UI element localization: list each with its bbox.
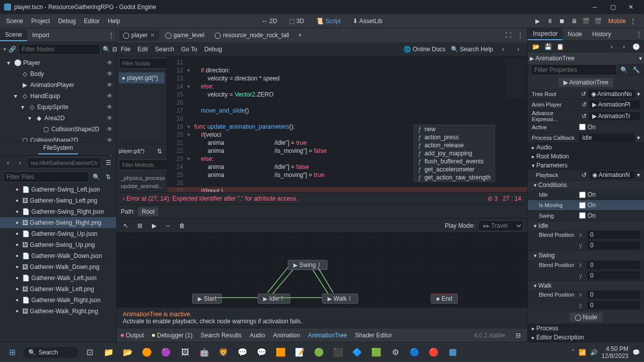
active-checkbox[interactable] (579, 124, 586, 130)
filter-props[interactable] (531, 64, 617, 75)
sec-process[interactable]: ▸ Process (528, 324, 644, 333)
tree-item[interactable]: ▾◇EquipSprite👁 (0, 102, 116, 113)
tb-app1[interactable]: 🟣 (158, 344, 174, 360)
view-script[interactable]: 📜 Script (312, 17, 345, 26)
anim-link-icon[interactable]: ↔ (163, 221, 173, 231)
tree-root-val[interactable]: ◉ AnimationNo (588, 90, 635, 98)
graph-node-walk[interactable]: ▶ Walk ⠇ (322, 294, 358, 304)
view-3d[interactable]: ⬚ 3D (285, 17, 308, 26)
tb-app4[interactable]: 🟧 (273, 344, 289, 360)
menu-debug[interactable]: Debug (58, 18, 75, 25)
view-assetlib[interactable]: ⬇ AssetLib (349, 17, 386, 26)
script-debug[interactable]: Debug (204, 46, 222, 53)
insp-copy[interactable]: 📋 (555, 42, 565, 52)
tree-item[interactable]: ▢CollisionShape2D👁 (0, 135, 116, 142)
idle-blend-y[interactable]: 0 (587, 241, 640, 249)
menu-help[interactable]: Help (108, 18, 120, 25)
menu-more[interactable]: ⋮ (628, 16, 638, 26)
fs-item[interactable]: 🖼 Gatherer-Walk_Left.png (0, 284, 116, 295)
tb-blender[interactable]: 🟠 (139, 344, 155, 360)
idle-checkbox[interactable] (579, 192, 586, 198)
tab[interactable]: ◯resource_node_rock_tall (210, 30, 293, 41)
tb-app3[interactable]: 🤖 (196, 344, 212, 360)
script-sort[interactable]: ⇅ (154, 146, 165, 156)
minimize-button[interactable]: ─ (586, 0, 604, 14)
error-prev[interactable]: ‹ (123, 195, 125, 202)
tab-audio[interactable]: Audio (250, 332, 265, 339)
insp-open[interactable]: 📂 (531, 42, 541, 52)
error-count[interactable]: ⊘ 3 (488, 195, 498, 202)
adv-expr-val[interactable]: ▶ AnimationTr (589, 112, 640, 120)
swing-checkbox[interactable] (579, 212, 586, 219)
distraction-free[interactable]: ⛶ (503, 30, 513, 40)
autocomplete-item[interactable]: ƒaction_release (414, 141, 495, 149)
graph-node-end[interactable]: ■ End (431, 294, 458, 304)
taskbar-search[interactable]: 🔍 Search (23, 347, 78, 358)
tabs-menu[interactable]: ⋮ (515, 30, 525, 40)
link-button[interactable]: 🔗 (9, 44, 16, 54)
node-type[interactable]: AnimationTree (535, 55, 639, 62)
minimap[interactable] (505, 58, 525, 99)
fs-item[interactable]: 🖼 Gatherer-Swing_Left.png (0, 195, 116, 206)
clock-time[interactable]: 4:50 PM (602, 345, 628, 352)
fs-item[interactable]: 🖼 Gatherer-Swing_Up.png (0, 239, 116, 250)
swing-blend-x[interactable]: 0 (587, 261, 640, 269)
tray-volume[interactable]: 🔊 (590, 349, 598, 356)
node-dropdown-icon[interactable]: ▾ (639, 55, 642, 62)
props-wrench-icon[interactable]: 🔧 (631, 65, 641, 75)
bottom-collapse[interactable]: ⊟ (513, 330, 523, 340)
sec-audio[interactable]: ▸ Audio (528, 143, 644, 152)
fs-item[interactable]: 📄 Gatherer-Walk_Right.json (0, 295, 116, 306)
tab-search-results[interactable]: Search Results (201, 332, 242, 339)
autocomplete-item[interactable]: ƒaction_press (414, 133, 495, 141)
close-icon[interactable]: ✕ (150, 32, 155, 39)
script-file[interactable]: File (121, 46, 130, 53)
fs-back[interactable]: ‹ (3, 158, 13, 168)
inspector-menu[interactable]: ⋮ (634, 29, 644, 39)
is-moving-checkbox[interactable] (579, 202, 586, 209)
fs-search-icon[interactable]: 🔍 (91, 172, 101, 182)
pause-button[interactable]: ⏸ (545, 16, 555, 26)
tree-item[interactable]: ▢CollisionShape2D👁 (0, 124, 116, 135)
tb-app8[interactable]: 🔴 (426, 344, 442, 360)
reset-anim-player[interactable]: ↺ (579, 100, 589, 110)
anim-play-icon[interactable]: ▶ (149, 221, 159, 231)
tb-brave[interactable]: 🦁 (215, 344, 231, 360)
script-edit[interactable]: Edit (137, 46, 148, 53)
anim-player-val[interactable]: ▶ AnimationPl (589, 101, 640, 109)
tree-item[interactable]: ▾⚪Player👁 (0, 57, 116, 68)
sec-walk[interactable]: ▾ Walk (528, 281, 644, 290)
view-2d[interactable]: ↔ 2D (258, 17, 281, 26)
play-button[interactable]: ▶ (533, 16, 543, 26)
autocomplete-item[interactable]: ƒget_action_raw_strength (414, 173, 495, 182)
tb-steam[interactable]: ⚙ (387, 344, 404, 360)
menu-scene[interactable]: Scene (6, 18, 23, 25)
tb-app6[interactable]: 🟩 (368, 344, 384, 360)
tb-app7[interactable]: 🔵 (407, 344, 423, 360)
tb-obsidian[interactable]: 🔷 (349, 344, 365, 360)
reset-playback[interactable]: ↺ (579, 170, 589, 180)
autocomplete-item[interactable]: ƒadd_joy_mapping (414, 149, 495, 157)
filter-nodes-input[interactable] (18, 44, 101, 55)
playback-val[interactable]: ◉ AnimationN (589, 171, 635, 179)
fs-item[interactable]: 📄 Gatherer-Swing_Right.json (0, 206, 116, 217)
sec-editor-desc[interactable]: ▸ Editor Description (528, 333, 644, 342)
tab-output[interactable]: Output (121, 332, 144, 339)
fs-item[interactable]: 🖼 Gatherer-Swing_Right.png (0, 217, 116, 228)
stop-button[interactable]: ⏹ (557, 16, 567, 26)
anim-delete-icon[interactable]: 🗑 (177, 221, 187, 231)
autocomplete-popup[interactable]: ƒnewƒaction_pressƒaction_releaseƒadd_joy… (414, 125, 495, 182)
fs-item[interactable]: 🖼 Gatherer-Walk_Right.png (0, 306, 116, 317)
tb-discord[interactable]: 💬 (234, 344, 251, 360)
clapboard-button[interactable]: 🎬 (593, 16, 603, 26)
tree-item[interactable]: ▾◆Area2D👁 (0, 113, 116, 124)
anim-select-icon[interactable]: ↖ (121, 221, 131, 231)
tb-notes[interactable]: 📝 (292, 344, 308, 360)
fs-item[interactable]: 🖼 Gatherer-Walk_Down.png (0, 261, 116, 273)
sec-conditions[interactable]: ▾ Conditions (528, 180, 644, 190)
tb-folder[interactable]: 📂 (120, 344, 136, 360)
menu-project[interactable]: Project (31, 18, 50, 25)
remote-button[interactable]: 🖥 (569, 16, 579, 26)
autocomplete-item[interactable]: ƒflush_buffered_events (414, 157, 495, 165)
reset-adv-expr[interactable]: ↺ (579, 111, 589, 121)
